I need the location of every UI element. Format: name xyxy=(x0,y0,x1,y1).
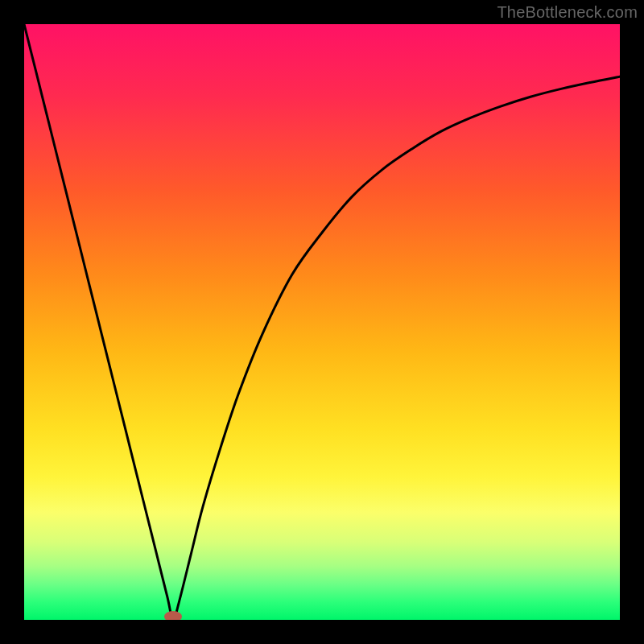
chart-frame: TheBottleneck.com xyxy=(0,0,644,644)
plot-area xyxy=(24,24,620,620)
minimum-marker xyxy=(164,611,182,620)
curve-layer xyxy=(24,24,620,620)
curve-path xyxy=(24,24,620,620)
watermark-text: TheBottleneck.com xyxy=(497,3,638,22)
